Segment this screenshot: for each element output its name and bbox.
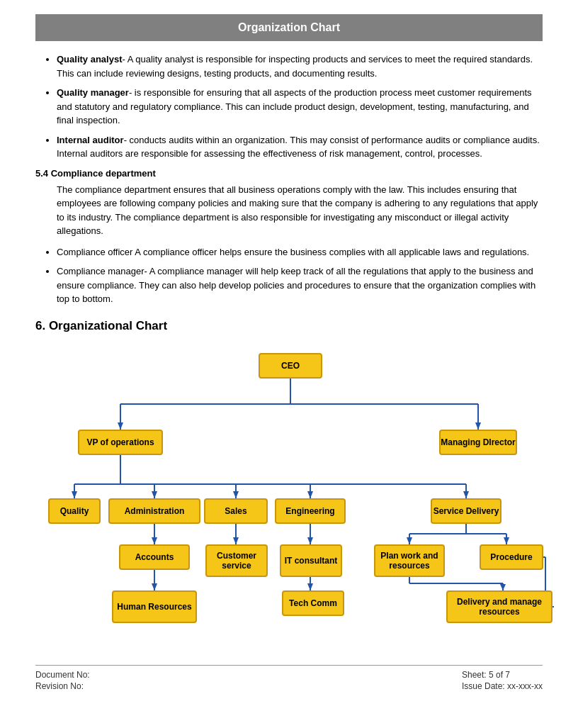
svg-marker-27	[307, 583, 313, 590]
compliance-list: Compliance officer A compliance officer …	[57, 245, 543, 306]
compliance-item-0: Compliance officer A compliance officer …	[57, 247, 529, 257]
list-item: Compliance manager- A compliance manager…	[57, 264, 543, 306]
svg-marker-5	[475, 422, 481, 430]
customer-node: Customer service	[205, 544, 268, 577]
service-node: Service Delivery	[431, 498, 502, 524]
rev-label: Revision No:	[35, 681, 90, 691]
role-bold: Quality manager	[57, 87, 129, 98]
hr-node: Human Resources	[112, 590, 197, 623]
svg-marker-11	[152, 491, 157, 498]
it-node: IT consultant	[280, 544, 342, 577]
md-node: Managing DIrector	[439, 430, 517, 455]
svg-marker-23	[233, 537, 239, 544]
delivery-node: Delivery and manage resources	[446, 590, 552, 623]
sheet-label: Sheet: 5 of 7	[462, 670, 543, 680]
footer-right: Sheet: 5 of 7 Issue Date: xx-xxx-xx	[462, 670, 543, 691]
role-text: - conducts audits within an organization…	[57, 135, 540, 159]
svg-marker-4	[118, 422, 123, 430]
quality-roles-list: Quality analyst- A quality analyst is re…	[57, 52, 543, 161]
accounts-node: Accounts	[119, 544, 190, 570]
org-chart-title: 6. Organizational Chart	[35, 319, 543, 333]
svg-marker-41	[500, 584, 506, 590]
list-item: Internal auditor- conducts audits within…	[57, 133, 543, 161]
ceo-node: CEO	[259, 353, 322, 379]
svg-marker-17	[463, 491, 469, 498]
procedure-node: Procedure	[480, 544, 543, 570]
svg-marker-13	[233, 491, 239, 498]
vp-node: VP of operations	[78, 430, 163, 455]
compliance-heading: 5.4 Compliance department	[35, 168, 543, 179]
footer: Document No: Revision No: Sheet: 5 of 7 …	[35, 665, 543, 691]
plan-node: Plan work and resources	[374, 544, 445, 577]
quality-node: Quality	[48, 498, 101, 524]
compliance-paragraph: The compliance department ensures that a…	[57, 183, 543, 238]
svg-marker-15	[307, 491, 313, 498]
svg-marker-21	[152, 583, 157, 590]
role-bold: Internal auditor	[57, 135, 124, 145]
svg-marker-9	[72, 491, 77, 498]
svg-marker-31	[407, 537, 412, 544]
doc-label: Document No:	[35, 670, 90, 680]
role-bold: Quality analyst	[57, 54, 122, 65]
svg-marker-25	[307, 537, 313, 544]
list-item: Compliance officer A compliance officer …	[57, 245, 543, 259]
admin-node: Administration	[108, 498, 200, 524]
sales-node: Sales	[204, 498, 268, 524]
issue-label: Issue Date: xx-xxx-xx	[462, 681, 543, 691]
page-title: Organization Chart	[35, 14, 543, 41]
footer-left: Document No: Revision No:	[35, 670, 90, 691]
org-chart: CEO VP of operations Managing DIrector Q…	[35, 346, 545, 644]
compliance-item-1: Compliance manager- A compliance manager…	[57, 266, 536, 304]
list-item: Quality analyst- A quality analyst is re…	[57, 52, 543, 80]
role-text: - A quality analyst is responsible for i…	[57, 54, 533, 79]
list-item: Quality manager- is responsible for ensu…	[57, 86, 543, 128]
svg-marker-19	[152, 537, 157, 544]
techcomm-node: Tech Comm	[282, 590, 344, 616]
engineering-node: Engineering	[275, 498, 346, 524]
svg-marker-33	[504, 537, 509, 544]
